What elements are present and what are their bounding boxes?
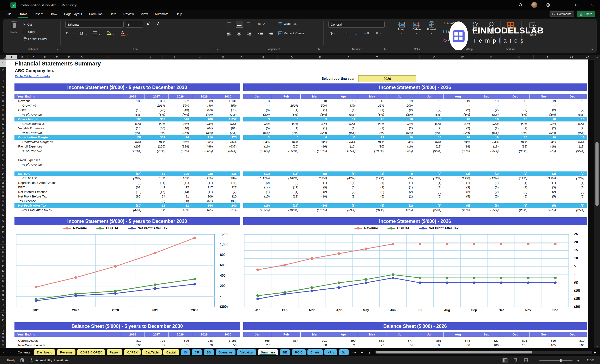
table-cell[interactable]: 3 <box>243 135 272 140</box>
table-cell[interactable] <box>558 153 587 158</box>
increase-indent-icon[interactable] <box>268 31 274 36</box>
table-cell[interactable]: - <box>169 158 192 162</box>
row-header-48[interactable]: 48 <box>0 288 6 293</box>
table-cell[interactable]: 92% <box>329 121 358 126</box>
table-cell[interactable]: (189%) <box>272 208 300 212</box>
table-cell[interactable] <box>329 167 358 172</box>
menu-tab-file[interactable]: File <box>3 10 15 18</box>
table-cell[interactable]: 25% <box>358 103 386 108</box>
table-cell[interactable] <box>501 153 529 158</box>
table-cell[interactable]: (95%) <box>529 149 558 153</box>
font-family-select[interactable]: Tahoma⌄ <box>65 21 124 28</box>
table-cell[interactable]: (5) <box>444 194 472 199</box>
row-header-45[interactable]: 45 <box>0 274 6 279</box>
table-cell[interactable]: (12) <box>272 194 300 199</box>
menu-tab-automate[interactable]: Automate <box>151 10 172 18</box>
table-cell[interactable]: 92% <box>272 121 300 126</box>
row-header-52[interactable]: 52 <box>0 308 6 313</box>
column-header-H[interactable]: H <box>88 55 101 60</box>
row-header-33[interactable]: 33 <box>0 212 6 217</box>
row-header-21[interactable]: 21 <box>0 158 6 162</box>
row-header-12[interactable]: 12 <box>0 117 6 121</box>
table-cell[interactable]: (2) <box>358 190 386 194</box>
align-top-icon[interactable] <box>227 22 232 27</box>
row-header-9[interactable]: 9 <box>0 103 6 108</box>
row-label[interactable] <box>14 167 121 172</box>
row-header-37[interactable]: 37 <box>0 235 6 240</box>
table-cell[interactable]: (16) <box>301 144 329 149</box>
table-cell[interactable]: (7%) <box>192 112 216 117</box>
table-cell[interactable]: (2) <box>444 190 472 194</box>
row-header-53[interactable]: 53 <box>0 313 6 318</box>
table-cell[interactable]: (1) <box>472 181 501 185</box>
table-cell[interactable]: (58%) <box>192 149 216 153</box>
table-cell[interactable]: (8%) <box>243 112 272 117</box>
table-cell[interactable]: 975 <box>216 135 240 140</box>
sheet-tab-sc[interactable]: Sc <box>339 349 349 355</box>
column-header-N[interactable]: N <box>212 55 234 60</box>
column-header-C[interactable]: C <box>28 55 39 60</box>
table-cell[interactable]: (5) <box>529 203 558 208</box>
sheet-tab-be[interactable]: BE <box>280 349 290 355</box>
table-cell[interactable]: 50% <box>301 103 329 108</box>
column-header-Q[interactable]: Q <box>277 55 306 60</box>
table-cell[interactable]: (28) <box>145 108 169 112</box>
table-cell[interactable]: (500%) <box>243 149 272 153</box>
table-cell[interactable]: 92% <box>243 121 272 126</box>
row-header-36[interactable]: 36 <box>0 230 6 235</box>
table-cell[interactable]: (95%) <box>472 149 501 153</box>
table-cell[interactable]: - <box>121 103 145 108</box>
shrink-font-button[interactable]: Aˇ <box>157 22 160 26</box>
table-cell[interactable]: (95%) <box>415 149 443 153</box>
fill-color-dropdown[interactable]: ⌄ <box>113 33 115 35</box>
table-cell[interactable]: (12%) <box>472 176 501 181</box>
table-cell[interactable]: 19 <box>529 99 558 103</box>
table-cell[interactable]: (20) <box>169 199 192 203</box>
row-header-60[interactable]: 60 <box>0 343 6 347</box>
table-cell[interactable]: 42 <box>145 185 169 190</box>
table-cell[interactable]: (9%) <box>272 131 300 135</box>
table-cell[interactable]: 13 <box>329 99 358 103</box>
table-cell[interactable]: 84% <box>145 140 169 144</box>
table-cell[interactable]: (2) <box>415 108 443 112</box>
table-cell[interactable]: (16) <box>329 144 358 149</box>
table-cell[interactable]: 93% <box>216 121 240 126</box>
table-cell[interactable]: 35% <box>216 103 240 108</box>
table-cell[interactable]: 92% <box>415 121 443 126</box>
table-cell[interactable]: (17%) <box>358 176 386 181</box>
table-cell[interactable]: (9%) <box>415 131 443 135</box>
column-header-S[interactable]: S <box>334 55 363 60</box>
table-cell[interactable]: 3 <box>243 99 272 103</box>
table-cell[interactable]: (5) <box>558 203 587 208</box>
row-label[interactable]: Payroll Expenses <box>14 144 121 149</box>
column-header-D[interactable]: D <box>39 55 51 60</box>
table-cell[interactable]: - <box>301 158 329 162</box>
sheet-tab-payroll[interactable]: Payroll <box>107 349 122 355</box>
table-cell[interactable]: - <box>329 162 358 167</box>
copy-button[interactable]: Copy⌄ <box>23 30 38 34</box>
table-cell[interactable]: - <box>216 158 240 162</box>
new-sheet-button[interactable]: ＋ <box>358 350 366 355</box>
table-cell[interactable]: (207) <box>121 144 145 149</box>
table-cell[interactable]: 168 <box>121 117 145 121</box>
column-header-X[interactable]: X <box>477 55 505 60</box>
row-label[interactable]: Contribution Margin % <box>14 140 121 144</box>
table-cell[interactable]: (8%) <box>169 131 192 135</box>
table-cell[interactable]: 84% <box>358 140 386 144</box>
table-cell[interactable] <box>301 153 329 158</box>
table-cell[interactable]: 92% <box>444 121 472 126</box>
table-cell[interactable]: (13) <box>243 172 272 176</box>
table-cell[interactable]: 320 <box>216 194 240 199</box>
more-sheets-button[interactable]: ••• <box>350 350 358 354</box>
table-cell[interactable]: 183 <box>121 99 145 103</box>
table-cell[interactable]: 84% <box>444 140 472 144</box>
row-header-27[interactable]: 27 <box>0 185 6 190</box>
table-cell[interactable]: (11) <box>192 181 216 185</box>
table-cell[interactable]: (417%) <box>243 176 272 181</box>
column-header-K[interactable]: K <box>138 55 163 60</box>
table-cell[interactable]: (2) <box>529 190 558 194</box>
table-cell[interactable]: (16) <box>121 126 145 131</box>
table-cell[interactable]: - <box>386 162 415 167</box>
table-cell[interactable]: (2) <box>444 172 472 176</box>
table-cell[interactable]: (6) <box>329 185 358 190</box>
